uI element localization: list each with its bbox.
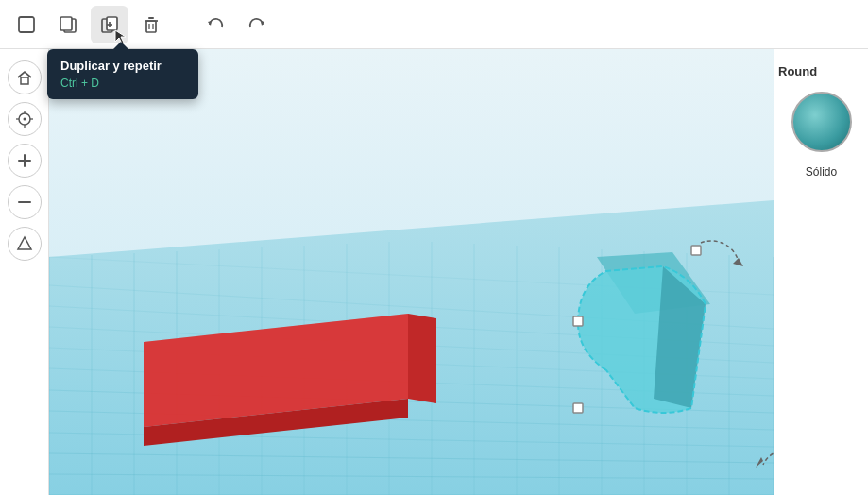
delete-button[interactable] [132, 6, 170, 43]
focus-button[interactable] [8, 102, 42, 136]
copy-button[interactable] [49, 6, 87, 43]
shapes-button[interactable] [8, 227, 42, 261]
canvas-area[interactable]: Plano de trabajo [49, 49, 774, 495]
duplicate-button[interactable] [91, 6, 128, 43]
zoom-out-button[interactable] [8, 185, 42, 219]
tooltip-duplicate: Duplicar y repetir Ctrl + D [47, 49, 198, 99]
svg-rect-0 [19, 17, 34, 32]
svg-rect-15 [21, 77, 28, 84]
left-sidebar [0, 49, 49, 495]
svg-rect-64 [691, 246, 701, 255]
svg-rect-68 [573, 403, 583, 413]
tooltip-title: Duplicar y repetir [60, 59, 185, 73]
toolbar [0, 0, 868, 49]
svg-marker-25 [18, 237, 31, 249]
redo-button[interactable] [238, 6, 276, 43]
panel-title: Round [774, 57, 868, 82]
svg-rect-65 [573, 316, 583, 326]
svg-marker-14 [261, 21, 264, 26]
tooltip-shortcut: Ctrl + D [60, 77, 185, 90]
svg-point-17 [23, 118, 26, 121]
zoom-in-button[interactable] [8, 144, 42, 178]
svg-rect-4 [107, 17, 117, 30]
svg-rect-8 [146, 21, 156, 32]
undo-button[interactable] [196, 6, 234, 43]
svg-marker-60 [408, 314, 436, 403]
home-button[interactable] [8, 60, 42, 94]
svg-rect-2 [60, 17, 72, 30]
shape-label: Sólido [806, 165, 837, 179]
new-button[interactable] [8, 6, 45, 43]
shape-preview [791, 92, 852, 152]
right-panel: Round Sólido [774, 0, 868, 495]
svg-marker-13 [208, 21, 212, 26]
